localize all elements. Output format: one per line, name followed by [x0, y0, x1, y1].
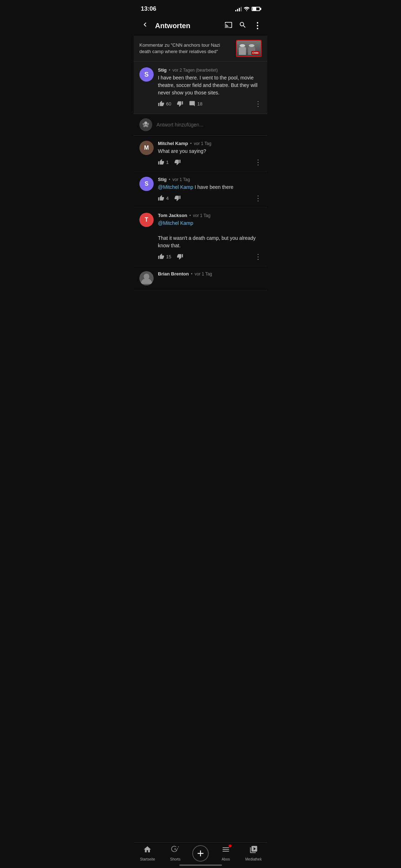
wifi-icon: [244, 6, 250, 12]
mention: @Mitchel Kamp: [158, 184, 193, 190]
mention: @Mitchel Kamp: [158, 220, 193, 226]
video-reference[interactable]: Kommentar zu "CNN anchors tour Nazi deat…: [134, 36, 267, 62]
reply-more-button[interactable]: ⋮: [255, 252, 262, 261]
avatar: [139, 271, 154, 285]
avatar: S: [139, 177, 154, 191]
comment-text: @Mitchel Kamp That it wasn't a death cam…: [158, 219, 262, 249]
dislike-button[interactable]: [177, 100, 183, 107]
comment-actions: 60 18 ⋮: [158, 99, 262, 108]
video-ref-text: Kommentar zu "CNN anchors tour Nazi deat…: [139, 42, 232, 55]
status-bar: 13:06: [134, 0, 267, 16]
signal-icon: [235, 6, 242, 11]
svg-point-0: [246, 10, 247, 11]
reply-input[interactable]: Antwort hinzufügen...: [156, 122, 204, 128]
search-button[interactable]: [239, 21, 247, 31]
comment-body: Stig • vor 1 Tag @Mitchel Kamp I have be…: [158, 177, 262, 202]
status-time: 13:06: [141, 5, 156, 12]
reply-count-button[interactable]: 18: [189, 100, 202, 107]
svg-point-3: [147, 123, 149, 125]
avatar: S: [139, 67, 154, 82]
like-button[interactable]: 1: [158, 159, 169, 165]
more-button[interactable]: ⋮: [253, 21, 262, 31]
comment-body: Mitchel Kamp • vor 1 Tag What are you sa…: [158, 141, 262, 166]
comment-actions: 1 ⋮: [158, 158, 262, 166]
dislike-button[interactable]: [174, 195, 181, 201]
comment-text: I have been there. I went to the pool, m…: [158, 74, 262, 97]
comment-author: Stig: [158, 67, 167, 73]
comment-body: Brian Brenton • vor 1 Tag: [158, 271, 262, 285]
comment-meta: Brian Brenton • vor 1 Tag: [158, 271, 262, 277]
comment-author: Tom Jackson: [158, 213, 187, 218]
cast-button[interactable]: [225, 21, 232, 31]
back-button[interactable]: [139, 19, 151, 32]
comment-actions: 4 ⋮: [158, 194, 262, 202]
comment-author: Brian Brenton: [158, 271, 189, 277]
comment-meta: Stig • vor 2 Tagen (bearbeitet): [158, 67, 262, 73]
status-icons: [235, 6, 260, 12]
svg-point-2: [143, 123, 145, 125]
toolbar-actions: ⋮: [225, 21, 262, 31]
comment-meta: Mitchel Kamp • vor 1 Tag: [158, 141, 262, 146]
current-user-avatar: [139, 118, 152, 131]
comment-meta: Stig • vor 1 Tag: [158, 177, 262, 182]
reply-more-button[interactable]: ⋮: [255, 194, 262, 202]
main-comment: S Stig • vor 2 Tagen (bearbeitet) I have…: [134, 62, 267, 114]
dislike-button[interactable]: [174, 159, 181, 165]
svg-point-1: [144, 122, 147, 124]
comment-body: Tom Jackson • vor 1 Tag @Mitchel Kamp Th…: [158, 213, 262, 261]
comment-text: @Mitchel Kamp I have been there: [158, 184, 262, 191]
battery-icon: [252, 7, 260, 11]
comment-meta: Tom Jackson • vor 1 Tag: [158, 213, 262, 218]
dislike-button[interactable]: [177, 253, 183, 260]
page-title: Antworten: [155, 22, 220, 30]
reply-comment: S Stig • vor 1 Tag @Mitchel Kamp I have …: [134, 172, 267, 208]
video-thumbnail[interactable]: CNN: [236, 40, 262, 57]
like-button[interactable]: 60: [158, 100, 171, 107]
comment-author: Stig: [158, 177, 167, 182]
comment-actions: 15 ⋮: [158, 252, 262, 261]
reply-input-row[interactable]: Antwort hinzufügen...: [134, 114, 267, 136]
comment-text: What are you saying?: [158, 148, 262, 155]
comment-dot: •: [169, 68, 170, 73]
comment-author: Mitchel Kamp: [158, 141, 188, 146]
like-button[interactable]: 15: [158, 253, 171, 260]
comment-body: Stig • vor 2 Tagen (bearbeitet) I have b…: [158, 67, 262, 108]
main-comment-more[interactable]: ⋮: [255, 99, 262, 108]
like-button[interactable]: 4: [158, 195, 169, 201]
reply-comment: T Tom Jackson • vor 1 Tag @Mitchel Kamp …: [134, 208, 267, 266]
avatar: T: [139, 213, 154, 227]
avatar: M: [139, 141, 154, 155]
comment-time: vor 2 Tagen (bearbeitet): [173, 68, 218, 73]
svg-point-6: [145, 124, 147, 126]
cnn-badge: CNN: [251, 51, 259, 55]
reply-more-button[interactable]: ⋮: [255, 158, 262, 166]
toolbar: Antworten ⋮: [134, 16, 267, 36]
reply-comment: M Mitchel Kamp • vor 1 Tag What are you …: [134, 136, 267, 172]
reply-comment: Brian Brenton • vor 1 Tag: [134, 266, 267, 291]
